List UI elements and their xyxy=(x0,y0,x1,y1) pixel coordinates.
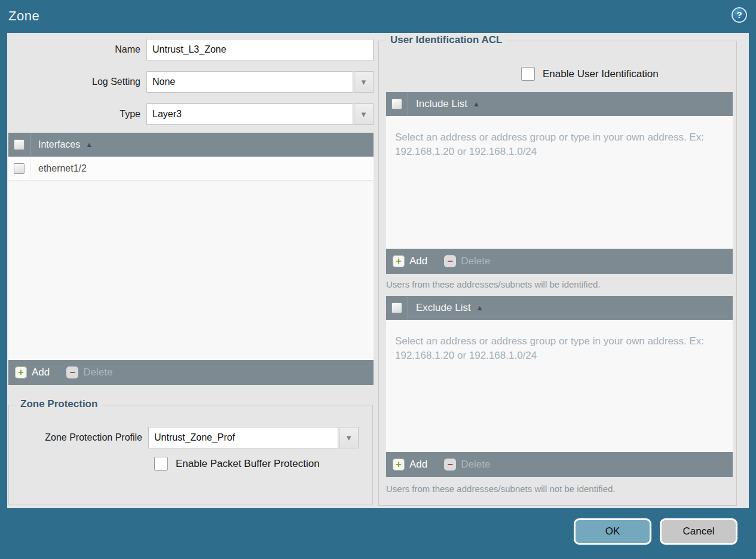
include-list-caption: Users from these addresses/subnets will … xyxy=(386,279,601,289)
sort-asc-icon: ▲ xyxy=(85,140,93,149)
packet-buffer-protection-row: Enable Packet Buffer Protection xyxy=(154,457,320,471)
help-icon[interactable]: ? xyxy=(731,7,747,23)
add-include-address-button[interactable]: + Add xyxy=(393,255,427,267)
enable-user-identification-checkbox[interactable] xyxy=(521,67,535,81)
zone-protection-section: Zone Protection Zone Protection Profile … xyxy=(8,405,373,505)
delete-exclude-address-button[interactable]: − Delete xyxy=(444,459,490,471)
zone-form: Name Log Setting ▼ Type ▼ xyxy=(8,39,374,136)
header-checkbox-cell xyxy=(386,296,408,320)
cancel-button[interactable]: Cancel xyxy=(660,518,737,545)
plus-icon: + xyxy=(393,459,405,471)
select-all-checkbox[interactable] xyxy=(14,139,25,150)
add-exclude-address-button[interactable]: + Add xyxy=(393,459,427,471)
include-list-toolbar: + Add − Delete xyxy=(386,249,733,274)
log-setting-combo: ▼ xyxy=(146,71,374,93)
chevron-down-icon: ▼ xyxy=(345,433,353,442)
delete-interface-button[interactable]: − Delete xyxy=(66,366,112,378)
minus-icon: − xyxy=(444,255,456,267)
type-dropdown-button[interactable]: ▼ xyxy=(354,103,374,125)
sort-asc-icon: ▲ xyxy=(473,100,480,108)
exclude-list-toolbar: + Add − Delete xyxy=(386,452,733,477)
plus-icon: + xyxy=(393,255,405,267)
exclude-select-all-checkbox[interactable] xyxy=(391,303,402,313)
user-identification-acl-legend: User Identification ACL xyxy=(386,34,506,46)
row-checkbox[interactable] xyxy=(14,163,25,174)
packet-buffer-protection-label: Enable Packet Buffer Protection xyxy=(176,458,320,470)
name-input[interactable] xyxy=(146,39,374,60)
interfaces-table-toolbar: + Add − Delete xyxy=(8,360,374,385)
packet-buffer-protection-checkbox[interactable] xyxy=(154,457,168,471)
add-interface-button[interactable]: + Add xyxy=(15,366,50,378)
zone-protection-profile-row: Zone Protection Profile ▼ xyxy=(9,427,359,448)
table-row[interactable]: ethernet1/2 xyxy=(8,157,374,181)
log-setting-input[interactable] xyxy=(146,71,353,93)
interfaces-table-header: Interfaces ▲ xyxy=(8,133,374,157)
zone-protection-legend: Zone Protection xyxy=(16,398,102,410)
zone-protection-profile-input[interactable] xyxy=(148,427,338,448)
include-list-table: Include List ▲ Select an address or addr… xyxy=(386,92,733,274)
enable-user-identification-label: Enable User Identification xyxy=(543,68,659,80)
interfaces-table-body xyxy=(8,181,374,360)
header-checkbox-cell xyxy=(8,133,30,157)
column-header-interfaces[interactable]: Interfaces ▲ xyxy=(30,139,93,150)
name-label: Name xyxy=(8,39,146,60)
sort-asc-icon: ▲ xyxy=(476,304,483,312)
name-row: Name xyxy=(8,39,374,60)
ok-button[interactable]: OK xyxy=(574,518,651,545)
plus-icon: + xyxy=(15,366,27,378)
delete-include-address-button[interactable]: − Delete xyxy=(444,255,490,267)
header-checkbox-cell xyxy=(386,92,408,116)
minus-icon: − xyxy=(66,366,78,378)
exclude-list-caption: Users from these addresses/subnets will … xyxy=(386,484,616,494)
exclude-list-placeholder: Select an address or address group or ty… xyxy=(386,320,712,363)
type-combo: ▼ xyxy=(146,103,374,125)
log-setting-label: Log Setting xyxy=(8,71,146,93)
include-list-header: Include List ▲ xyxy=(386,92,733,116)
user-identification-acl-section: User Identification ACL Enable User Iden… xyxy=(378,41,737,506)
zone-protection-profile-dropdown-button[interactable]: ▼ xyxy=(339,427,359,448)
exclude-list-body: Select an address or address group or ty… xyxy=(386,320,733,452)
column-header-include-list[interactable]: Include List ▲ xyxy=(408,98,480,110)
type-input[interactable] xyxy=(146,103,353,125)
log-setting-dropdown-button[interactable]: ▼ xyxy=(354,71,374,93)
interfaces-table: Interfaces ▲ ethernet1/2 + Add − Delete xyxy=(8,133,374,385)
dialog-title: Zone xyxy=(8,8,39,24)
dialog-body: Name Log Setting ▼ Type ▼ xyxy=(7,33,749,508)
exclude-list-table: Exclude List ▲ Select an address or addr… xyxy=(386,296,733,477)
chevron-down-icon: ▼ xyxy=(360,78,368,87)
row-checkbox-cell xyxy=(8,157,30,180)
enable-user-identification-row: Enable User Identification xyxy=(521,67,659,81)
include-select-all-checkbox[interactable] xyxy=(391,99,402,109)
include-list-placeholder: Select an address or address group or ty… xyxy=(386,116,712,159)
minus-icon: − xyxy=(444,459,456,471)
log-setting-row: Log Setting ▼ xyxy=(8,71,374,93)
column-header-exclude-list[interactable]: Exclude List ▲ xyxy=(408,302,483,314)
type-row: Type ▼ xyxy=(8,103,374,125)
exclude-list-header: Exclude List ▲ xyxy=(386,296,733,320)
type-label: Type xyxy=(8,103,146,125)
interface-name: ethernet1/2 xyxy=(30,163,87,174)
zone-protection-profile-combo: ▼ xyxy=(148,427,359,448)
include-list-body: Select an address or address group or ty… xyxy=(386,116,733,249)
zone-protection-profile-label: Zone Protection Profile xyxy=(9,427,148,448)
chevron-down-icon: ▼ xyxy=(360,110,368,119)
